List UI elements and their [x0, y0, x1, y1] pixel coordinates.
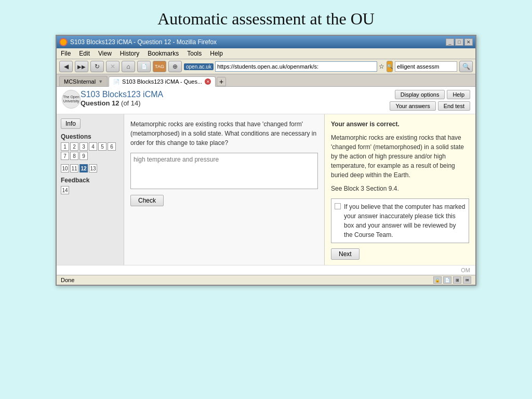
question-text: Metamorphic rocks are existing rocks tha…: [130, 119, 318, 148]
menu-edit[interactable]: Edit: [77, 49, 91, 58]
new-tab-button[interactable]: +: [217, 77, 226, 86]
inaccurate-box: If you believe that the computer has mar…: [331, 198, 469, 243]
ou-title-block: S103 Blocks123 iCMA Question 12 (of 14): [81, 90, 163, 107]
see-also: See Block 3 Section 9.4.: [331, 184, 469, 193]
ou-footer: OM: [57, 265, 475, 275]
answer-textarea[interactable]: [130, 153, 318, 189]
ou-btn-row-2: Your answers End test: [390, 101, 470, 111]
ou-logo: The Open University: [62, 90, 81, 109]
q-num-11[interactable]: 11: [70, 164, 78, 172]
ou-header: The Open University S103 Blocks123 iCMA …: [57, 87, 475, 114]
page-icon: 📄: [443, 276, 451, 284]
forward-button[interactable]: ▶▶: [75, 61, 88, 72]
correct-text: Your answer is correct.: [331, 119, 469, 129]
q-num-5[interactable]: 5: [98, 142, 107, 151]
q-num-14[interactable]: 14: [61, 186, 69, 194]
ou-logo-text: The Open University: [62, 95, 80, 104]
course-title: S103 Blocks123 iCMA: [81, 90, 163, 99]
menu-history[interactable]: History: [118, 49, 141, 58]
menu-tools[interactable]: Tools: [185, 49, 203, 58]
ou-buttons: Display options Help Your answers End te…: [390, 90, 470, 111]
feedback-body: Metamorphic rocks are existing rocks tha…: [331, 133, 469, 180]
maximize-button[interactable]: □: [455, 38, 463, 46]
home-button[interactable]: ⌂: [122, 61, 135, 72]
close-button[interactable]: ✕: [464, 38, 473, 46]
browser-content: The Open University S103 Blocks123 iCMA …: [57, 87, 475, 275]
lock-icon: 🔒: [433, 276, 442, 284]
q-num-13[interactable]: 13: [89, 164, 97, 172]
firefox-icon: [59, 38, 68, 46]
menu-bar: File Edit View History Bookmarks Tools H…: [57, 48, 475, 59]
q-num-7[interactable]: 7: [61, 152, 69, 160]
q-num-10[interactable]: 10: [61, 164, 69, 172]
menu-bookmarks[interactable]: Bookmarks: [146, 49, 180, 58]
question-area: Metamorphic rocks are existing rocks tha…: [124, 114, 325, 265]
tab-close-button[interactable]: ✕: [205, 78, 211, 85]
ou-btn-row-1: Display options Help: [395, 90, 470, 99]
tab-s103[interactable]: 📄 S103 Blocks123 iCMA - Ques... ✕: [109, 76, 216, 87]
feedback-section: Feedback 14: [61, 177, 119, 194]
ou-logo-area: The Open University: [62, 90, 81, 109]
page-title: Automatic assessment at the OU: [0, 0, 532, 35]
question-number: Question 12: [81, 99, 119, 107]
sidebar: Info Questions 1 2 3 4 5 6 7 8 9 10 11 1…: [57, 114, 124, 265]
tab-mcs-dropdown[interactable]: ▼: [98, 79, 103, 84]
questions-label: Questions: [61, 133, 119, 140]
menu-file[interactable]: File: [59, 49, 72, 58]
next-button[interactable]: Next: [331, 248, 360, 260]
search-input[interactable]: [395, 61, 457, 72]
address-bar: open.ac.uk ☆: [184, 61, 384, 72]
stop-button[interactable]: ✕: [106, 61, 119, 72]
open-ac-badge: open.ac.uk: [184, 63, 214, 70]
om-label: OM: [461, 267, 470, 273]
mail-icon: ✉: [463, 276, 471, 284]
inaccurate-checkbox[interactable]: [335, 203, 341, 209]
tab-s103-label: S103 Blocks123 iCMA - Ques...: [122, 78, 202, 85]
back-button[interactable]: ◀: [59, 61, 73, 72]
title-bar-buttons: _ □ ✕: [446, 38, 473, 46]
star-icon[interactable]: ☆: [379, 63, 384, 70]
status-icons: 🔒 📄 ⊞ ✉: [433, 276, 471, 284]
question-label: Question 12 (of 14): [81, 99, 163, 107]
q-num-6[interactable]: 6: [108, 142, 116, 151]
your-answers-button[interactable]: Your answers: [390, 101, 435, 111]
address-input[interactable]: [215, 61, 377, 72]
menu-help[interactable]: Help: [208, 49, 224, 58]
title-bar: S103 Blocks123 iCMA - Question 12 - Mozi…: [57, 36, 475, 48]
search-btn[interactable]: 🔍: [459, 61, 473, 72]
tabs-bar: MCSInternal ▼ 📄 S103 Blocks123 iCMA - Qu…: [57, 74, 475, 87]
q-num-9[interactable]: 9: [79, 152, 88, 160]
q-num-1[interactable]: 1: [61, 142, 69, 151]
status-text: Done: [61, 277, 74, 283]
question-of: (of 14): [121, 99, 141, 107]
help-button[interactable]: Help: [447, 90, 470, 99]
end-test-button[interactable]: End test: [438, 101, 470, 111]
search-engine-btn[interactable]: 🔍: [387, 61, 393, 72]
tab-mcs-internal[interactable]: MCSInternal ▼: [59, 76, 108, 86]
menu-view[interactable]: View: [97, 49, 113, 58]
inaccurate-label: If you believe that the computer has mar…: [344, 202, 466, 240]
nav-extra[interactable]: 📄: [137, 61, 151, 72]
toolbar: ◀ ▶▶ ↻ ✕ ⌂ 📄 TAG ⊕ open.ac.uk ☆ 🔍 🔍: [57, 59, 475, 74]
title-bar-left: S103 Blocks123 iCMA - Question 12 - Mozi…: [59, 38, 217, 46]
check-button[interactable]: Check: [130, 195, 164, 206]
q-num-8[interactable]: 8: [70, 152, 78, 160]
browser-window: S103 Blocks123 iCMA - Question 12 - Mozi…: [56, 35, 476, 286]
tag-button[interactable]: TAG: [153, 61, 166, 72]
minimize-button[interactable]: _: [446, 38, 454, 46]
question-numbers-row2: 10 11 12 13: [61, 164, 119, 172]
display-options-button[interactable]: Display options: [395, 90, 445, 99]
question-numbers-row1: 1 2 3 4 5 6 7 8 9: [61, 142, 119, 160]
status-bar: Done 🔒 📄 ⊞ ✉: [57, 275, 475, 285]
info-button[interactable]: Info: [61, 118, 81, 129]
q-num-12[interactable]: 12: [79, 164, 88, 172]
main-body: Info Questions 1 2 3 4 5 6 7 8 9 10 11 1…: [57, 114, 475, 265]
q-num-3[interactable]: 3: [79, 142, 88, 151]
bookmark-btn[interactable]: ⊕: [168, 61, 182, 72]
feedback-numbers: 14: [61, 186, 119, 194]
tab-mcs-label: MCSInternal: [64, 78, 96, 85]
q-num-2[interactable]: 2: [70, 142, 78, 151]
feedback-area: Your answer is correct. Metamorphic rock…: [325, 114, 475, 265]
q-num-4[interactable]: 4: [89, 142, 97, 151]
reload-button[interactable]: ↻: [90, 61, 104, 72]
